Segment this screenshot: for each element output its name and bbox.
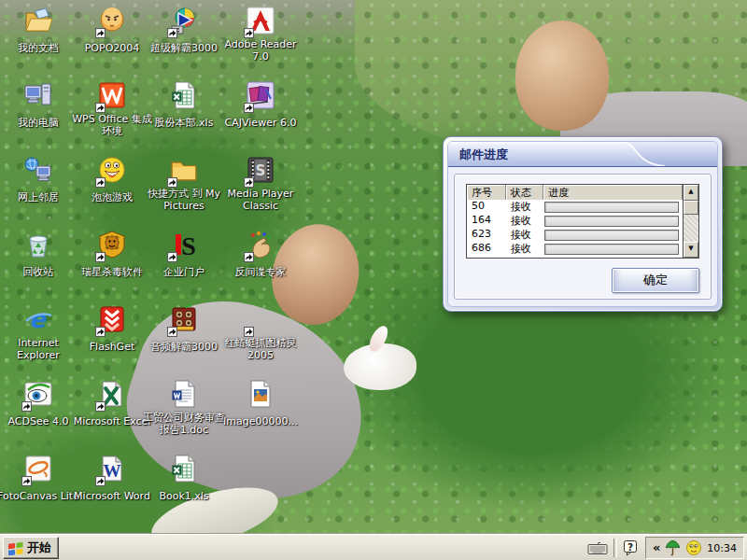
desktop-icon-ms-excel[interactable]: Microsoft Excel	[74, 379, 150, 428]
book1-xls-icon	[168, 454, 200, 485]
dialog-title: 邮件进度	[459, 147, 508, 163]
taskbar: 开始 ? «10:34	[0, 534, 747, 560]
column-header-2[interactable]: 状态	[506, 185, 543, 200]
collapse-chevron-icon[interactable]: «	[653, 539, 660, 557]
fotocanvas-icon	[22, 454, 54, 485]
column-header-3[interactable]: 进度	[543, 185, 683, 200]
enterprise-portal-icon: S	[168, 230, 200, 261]
desktop-icon-acdsee[interactable]: ACDSee 4.0	[0, 379, 77, 428]
icon-label: CAJViewer 6.0	[218, 117, 303, 129]
desktop-icon-enterprise-portal[interactable]: S企业门户	[146, 230, 222, 279]
mail-row[interactable]: 164接收	[467, 214, 683, 228]
progress-bar	[544, 202, 679, 213]
progress-bar	[544, 230, 679, 241]
progress-bar	[544, 244, 679, 255]
desktop-icon-popo2004[interactable]: POPO2004	[74, 6, 150, 55]
desktop-icon-rising-antivirus[interactable]: 瑞星杀毒软件	[74, 230, 150, 279]
scrollbar-thumb[interactable]	[684, 201, 698, 215]
mail-status: 接收	[506, 214, 543, 228]
mail-progress-cell	[543, 200, 683, 214]
start-label: 开始	[27, 539, 51, 556]
desktop-icon-doc-file[interactable]: 工贸公司财务审查报告1.doc	[146, 379, 222, 437]
windows-flag-icon	[7, 540, 24, 555]
icon-label: 网上邻居	[0, 191, 80, 203]
table-body: 50接收164接收623接收686接收接收	[467, 200, 683, 258]
table-scrollbar[interactable]: ▲ ▼	[683, 185, 698, 258]
ms-word-icon: W	[96, 454, 128, 485]
media-player-classic-icon: S	[245, 155, 276, 187]
my-documents-icon	[22, 6, 54, 37]
doc-file-icon	[168, 379, 200, 411]
mail-row[interactable]: 686接收	[467, 242, 683, 256]
desktop-icon-wps-office[interactable]: WPS Office 集成环境	[74, 80, 150, 138]
popo-smiley-icon[interactable]	[685, 539, 702, 556]
icon-label: 企业门户	[142, 266, 226, 278]
internet-explorer-icon: e	[22, 304, 54, 336]
icon-label: ACDSee 4.0	[0, 415, 80, 427]
start-button[interactable]: 开始	[3, 537, 59, 559]
input-keyboard-icon[interactable]	[587, 540, 608, 555]
mail-row[interactable]: 接收	[467, 256, 683, 258]
desktop-icon-network-places[interactable]: 网上邻居	[0, 155, 77, 204]
icon-label: Image00000...	[218, 415, 303, 427]
desktop-icon-cajviewer[interactable]: CAJViewer 6.0	[222, 80, 299, 130]
desktop-icon-my-documents[interactable]: 我的文档	[0, 6, 77, 55]
desktop-icon-audio-player[interactable]: 音频解霸3000	[146, 304, 222, 354]
icon-label: Internet Explorer	[0, 337, 80, 361]
taskbar-separator	[613, 539, 617, 557]
scroll-down-icon[interactable]: ▼	[684, 242, 698, 258]
help-bubble-icon[interactable]: ?	[623, 539, 639, 556]
desktop-icon-recycle-bin[interactable]: 回收站	[0, 230, 77, 279]
svg-text:?: ?	[627, 541, 633, 553]
ms-excel-icon	[96, 379, 128, 411]
scrollbar-track[interactable]	[684, 215, 698, 242]
ok-button[interactable]: 确定	[612, 268, 699, 293]
adobe-reader-icon	[245, 6, 276, 37]
desktop-icon-my-computer[interactable]: 我的电脑	[0, 80, 77, 130]
desktop-icon-ms-word[interactable]: WMicrosoft Word	[74, 454, 150, 503]
my-computer-icon	[22, 80, 54, 112]
icon-label: 我的电脑	[0, 117, 80, 129]
icon-label: 反间谍专家	[218, 266, 303, 278]
clock[interactable]: 10:34	[707, 542, 737, 554]
my-pictures-shortcut-icon	[168, 155, 200, 187]
dialog-titlebar[interactable]: 邮件进度	[448, 142, 717, 167]
icon-label: 音频解霸3000	[142, 341, 226, 353]
desktop-icon-antispy-expert[interactable]: 反间谍专家	[222, 230, 299, 279]
column-header-1[interactable]: 序号	[467, 185, 506, 200]
desktop-icon-internet-explorer[interactable]: eInternet Explorer	[0, 304, 77, 362]
mail-row[interactable]: 623接收	[467, 228, 683, 242]
mail-seq: 623	[467, 228, 506, 242]
desktop-icon-super-player[interactable]: 超级解霸3000	[146, 6, 222, 55]
desktop-icon-my-pictures-shortcut[interactable]: 快捷方式 到 My Pictures	[146, 155, 222, 213]
mail-seq	[467, 256, 506, 258]
desktop-icon-image-file[interactable]: Image00000...	[222, 379, 299, 428]
desktop-icon-xls-file[interactable]: 股份本部.xls	[146, 80, 222, 130]
desktop-icon-book1-xls[interactable]: Book1.xls	[146, 454, 222, 503]
mail-progress-cell	[543, 242, 683, 256]
desktop-icon-adobe-reader[interactable]: Adobe Reader 7.0	[222, 6, 299, 63]
rising-antivirus-icon	[96, 230, 128, 261]
cajviewer-icon	[245, 80, 276, 112]
wps-office-icon	[96, 80, 128, 112]
desktop-icon-flashget[interactable]: FlashGet	[74, 304, 150, 354]
dialog-body: 序号状态进度 50接收164接收623接收686接收接收 ▲ ▼ 确定	[448, 167, 717, 306]
icon-label: Media Player Classic	[218, 188, 303, 212]
svg-text:W: W	[104, 461, 121, 481]
mail-progress-table: 序号状态进度 50接收164接收623接收686接收接收 ▲ ▼	[466, 184, 699, 259]
system-tray: «10:34	[645, 537, 744, 559]
desktop-icon-red-dragonfly-capture[interactable]: 红蜻蜓抓图精灵2005	[222, 304, 299, 362]
mail-progress-cell	[543, 214, 683, 228]
dialog-group-panel: 序号状态进度 50接收164接收623接收686接收接收 ▲ ▼ 确定	[454, 174, 712, 300]
svg-text:S: S	[181, 231, 196, 259]
icon-label: FotoCanvas Lite	[0, 490, 80, 502]
acdsee-icon	[22, 379, 54, 411]
table-main: 序号状态进度 50接收164接收623接收686接收接收	[467, 185, 683, 258]
rising-umbrella-icon[interactable]	[665, 539, 681, 556]
desktop-icon-media-player-classic[interactable]: SMedia Player Classic	[222, 155, 299, 213]
desktop-icon-fotocanvas[interactable]: FotoCanvas Lite	[0, 454, 77, 503]
progress-bar	[544, 216, 679, 227]
desktop-icon-popo-game[interactable]: 泡泡游戏	[74, 155, 150, 204]
mail-row[interactable]: 50接收	[467, 200, 683, 214]
scroll-up-icon[interactable]: ▲	[684, 185, 698, 201]
